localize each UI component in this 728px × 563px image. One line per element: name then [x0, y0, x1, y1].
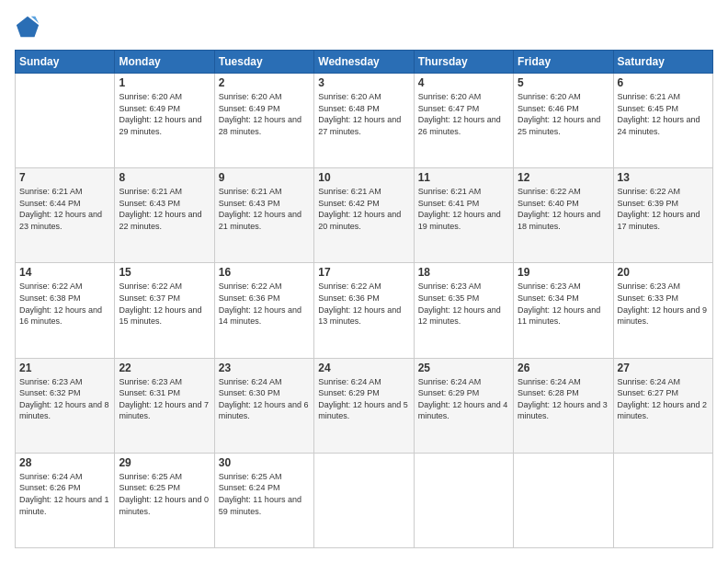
day-info: Sunrise: 6:20 AMSunset: 6:48 PMDaylight:… [318, 92, 401, 136]
day-number: 13 [618, 171, 709, 184]
calendar-day-cell: 21 Sunrise: 6:23 AMSunset: 6:32 PMDaylig… [16, 358, 115, 453]
calendar-day-cell: 24 Sunrise: 6:24 AMSunset: 6:29 PMDaylig… [314, 358, 414, 453]
day-info: Sunrise: 6:23 AMSunset: 6:33 PMDaylight:… [618, 282, 708, 326]
calendar-day-cell: 6 Sunrise: 6:21 AMSunset: 6:45 PMDayligh… [613, 74, 712, 168]
day-number: 22 [119, 362, 210, 374]
calendar-day-cell: 9 Sunrise: 6:21 AMSunset: 6:43 PMDayligh… [214, 168, 313, 263]
day-info: Sunrise: 6:24 AMSunset: 6:27 PMDaylight:… [618, 377, 708, 421]
calendar-day-cell: 15 Sunrise: 6:22 AMSunset: 6:37 PMDaylig… [115, 263, 214, 358]
day-info: Sunrise: 6:22 AMSunset: 6:38 PMDaylight:… [19, 282, 102, 326]
day-number: 20 [618, 266, 709, 279]
calendar-week-row: 21 Sunrise: 6:23 AMSunset: 6:32 PMDaylig… [16, 358, 713, 453]
calendar-day-cell: 19 Sunrise: 6:23 AMSunset: 6:34 PMDaylig… [514, 263, 613, 358]
day-number: 30 [219, 456, 310, 469]
calendar-day-cell: 7 Sunrise: 6:21 AMSunset: 6:44 PMDayligh… [16, 168, 115, 263]
calendar-day-cell: 30 Sunrise: 6:25 AMSunset: 6:24 PMDaylig… [214, 453, 313, 547]
calendar-day-cell: 26 Sunrise: 6:24 AMSunset: 6:28 PMDaylig… [514, 358, 613, 453]
day-info: Sunrise: 6:24 AMSunset: 6:29 PMDaylight:… [318, 377, 408, 421]
day-number: 9 [219, 171, 310, 184]
calendar-table: SundayMondayTuesdayWednesdayThursdayFrid… [15, 50, 713, 548]
calendar-day-cell: 5 Sunrise: 6:20 AMSunset: 6:46 PMDayligh… [514, 74, 613, 168]
calendar-day-cell: 11 Sunrise: 6:21 AMSunset: 6:41 PMDaylig… [414, 168, 513, 263]
day-number: 3 [318, 76, 409, 89]
day-number: 23 [219, 362, 310, 374]
day-number: 4 [418, 76, 509, 89]
weekday-header: Monday [115, 51, 214, 74]
day-info: Sunrise: 6:25 AMSunset: 6:25 PMDaylight:… [119, 472, 209, 516]
calendar-week-row: 14 Sunrise: 6:22 AMSunset: 6:38 PMDaylig… [16, 263, 713, 358]
day-info: Sunrise: 6:23 AMSunset: 6:32 PMDaylight:… [19, 377, 109, 421]
day-info: Sunrise: 6:24 AMSunset: 6:30 PMDaylight:… [219, 377, 309, 421]
header [15, 15, 713, 40]
day-number: 16 [219, 266, 310, 279]
day-info: Sunrise: 6:21 AMSunset: 6:45 PMDaylight:… [618, 92, 700, 136]
day-number: 6 [618, 76, 709, 89]
day-number: 14 [19, 266, 110, 279]
day-info: Sunrise: 6:20 AMSunset: 6:46 PMDaylight:… [518, 92, 600, 136]
day-number: 10 [318, 171, 409, 184]
calendar-day-cell: 10 Sunrise: 6:21 AMSunset: 6:42 PMDaylig… [314, 168, 414, 263]
weekday-header: Wednesday [314, 51, 414, 74]
day-info: Sunrise: 6:22 AMSunset: 6:40 PMDaylight:… [518, 187, 600, 231]
day-number: 27 [618, 362, 709, 374]
calendar-day-cell: 17 Sunrise: 6:22 AMSunset: 6:36 PMDaylig… [314, 263, 414, 358]
weekday-header: Tuesday [214, 51, 313, 74]
calendar-day-cell: 22 Sunrise: 6:23 AMSunset: 6:31 PMDaylig… [115, 358, 214, 453]
logo [15, 15, 44, 40]
day-number: 25 [418, 362, 509, 374]
calendar-day-cell: 1 Sunrise: 6:20 AMSunset: 6:49 PMDayligh… [115, 74, 214, 168]
calendar-week-row: 1 Sunrise: 6:20 AMSunset: 6:49 PMDayligh… [16, 74, 713, 168]
logo-icon [15, 15, 40, 40]
day-info: Sunrise: 6:22 AMSunset: 6:36 PMDaylight:… [219, 282, 301, 326]
day-info: Sunrise: 6:20 AMSunset: 6:49 PMDaylight:… [119, 92, 201, 136]
day-info: Sunrise: 6:21 AMSunset: 6:41 PMDaylight:… [418, 187, 501, 231]
day-number: 8 [119, 171, 210, 184]
day-number: 19 [518, 266, 609, 279]
day-number: 28 [19, 456, 110, 469]
day-info: Sunrise: 6:20 AMSunset: 6:47 PMDaylight:… [418, 92, 501, 136]
page: SundayMondayTuesdayWednesdayThursdayFrid… [0, 0, 728, 563]
weekday-header: Friday [514, 51, 613, 74]
weekday-header: Thursday [414, 51, 513, 74]
day-info: Sunrise: 6:21 AMSunset: 6:42 PMDaylight:… [318, 187, 401, 231]
calendar-day-cell: 16 Sunrise: 6:22 AMSunset: 6:36 PMDaylig… [214, 263, 313, 358]
calendar-week-row: 7 Sunrise: 6:21 AMSunset: 6:44 PMDayligh… [16, 168, 713, 263]
calendar-day-cell: 18 Sunrise: 6:23 AMSunset: 6:35 PMDaylig… [414, 263, 513, 358]
calendar-day-cell: 20 Sunrise: 6:23 AMSunset: 6:33 PMDaylig… [613, 263, 712, 358]
weekday-header: Saturday [613, 51, 712, 74]
day-info: Sunrise: 6:21 AMSunset: 6:44 PMDaylight:… [19, 187, 102, 231]
day-number: 18 [418, 266, 509, 279]
calendar-day-cell: 2 Sunrise: 6:20 AMSunset: 6:49 PMDayligh… [214, 74, 313, 168]
day-number: 24 [318, 362, 409, 374]
calendar-day-cell: 23 Sunrise: 6:24 AMSunset: 6:30 PMDaylig… [214, 358, 313, 453]
day-number: 5 [518, 76, 609, 89]
calendar-day-cell: 25 Sunrise: 6:24 AMSunset: 6:29 PMDaylig… [414, 358, 513, 453]
calendar-day-cell [613, 453, 712, 547]
day-info: Sunrise: 6:23 AMSunset: 6:35 PMDaylight:… [418, 282, 501, 326]
day-info: Sunrise: 6:23 AMSunset: 6:31 PMDaylight:… [119, 377, 209, 421]
day-info: Sunrise: 6:25 AMSunset: 6:24 PMDaylight:… [219, 472, 301, 516]
calendar-day-cell: 3 Sunrise: 6:20 AMSunset: 6:48 PMDayligh… [314, 74, 414, 168]
day-info: Sunrise: 6:21 AMSunset: 6:43 PMDaylight:… [119, 187, 201, 231]
day-info: Sunrise: 6:20 AMSunset: 6:49 PMDaylight:… [219, 92, 301, 136]
calendar-day-cell: 12 Sunrise: 6:22 AMSunset: 6:40 PMDaylig… [514, 168, 613, 263]
day-info: Sunrise: 6:24 AMSunset: 6:28 PMDaylight:… [518, 377, 608, 421]
day-info: Sunrise: 6:22 AMSunset: 6:36 PMDaylight:… [318, 282, 401, 326]
day-number: 29 [119, 456, 210, 469]
day-number: 15 [119, 266, 210, 279]
day-info: Sunrise: 6:23 AMSunset: 6:34 PMDaylight:… [518, 282, 600, 326]
day-number: 12 [518, 171, 609, 184]
day-number: 11 [418, 171, 509, 184]
day-info: Sunrise: 6:24 AMSunset: 6:26 PMDaylight:… [19, 472, 109, 516]
calendar-header-row: SundayMondayTuesdayWednesdayThursdayFrid… [16, 51, 713, 74]
calendar-day-cell [314, 453, 414, 547]
calendar-day-cell: 28 Sunrise: 6:24 AMSunset: 6:26 PMDaylig… [16, 453, 115, 547]
calendar-day-cell: 29 Sunrise: 6:25 AMSunset: 6:25 PMDaylig… [115, 453, 214, 547]
day-number: 7 [19, 171, 110, 184]
calendar-day-cell: 4 Sunrise: 6:20 AMSunset: 6:47 PMDayligh… [414, 74, 513, 168]
day-number: 21 [19, 362, 110, 374]
calendar-week-row: 28 Sunrise: 6:24 AMSunset: 6:26 PMDaylig… [16, 453, 713, 547]
day-number: 17 [318, 266, 409, 279]
day-info: Sunrise: 6:22 AMSunset: 6:37 PMDaylight:… [119, 282, 201, 326]
day-number: 1 [119, 76, 210, 89]
